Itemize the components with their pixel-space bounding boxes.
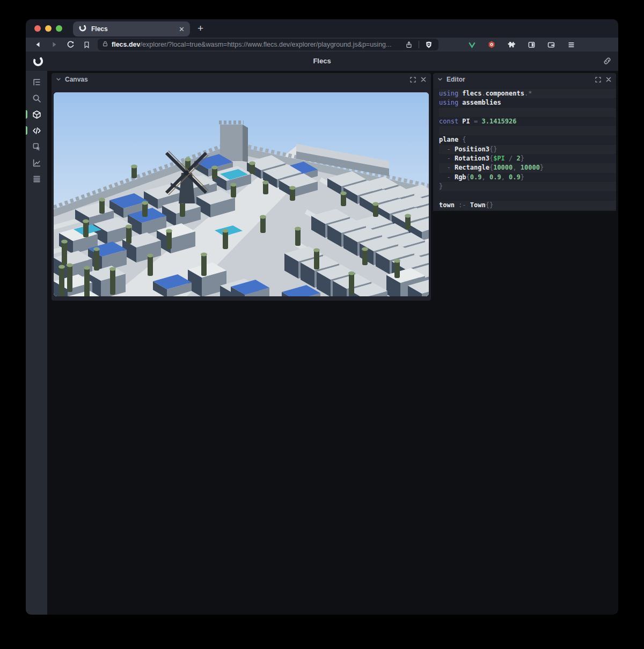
canvas-panel: Canvas bbox=[52, 73, 431, 301]
vue-devtools-icon[interactable] bbox=[466, 39, 477, 50]
divider bbox=[419, 41, 419, 48]
url-text: flecs.dev/explorer/?local=true&wasm=http… bbox=[112, 41, 391, 48]
minimize-window-button[interactable] bbox=[45, 25, 52, 32]
editor-panel-header: Editor bbox=[433, 73, 616, 86]
bookmark-icon[interactable] bbox=[80, 39, 92, 50]
back-icon[interactable] bbox=[32, 39, 44, 50]
active-indicator bbox=[26, 110, 27, 119]
reload-icon[interactable] bbox=[64, 39, 76, 50]
explorer-content: Canvas bbox=[26, 71, 618, 615]
traffic-lights bbox=[34, 25, 62, 32]
tool-rail bbox=[26, 71, 47, 615]
collapse-chevron-icon[interactable] bbox=[56, 77, 61, 82]
forward-icon[interactable] bbox=[48, 39, 60, 50]
close-window-button[interactable] bbox=[34, 25, 41, 32]
permalink-icon[interactable] bbox=[603, 56, 612, 68]
sidebar-item-entity-tree[interactable] bbox=[26, 74, 47, 90]
tab-flecs[interactable]: Flecs ✕ bbox=[73, 21, 190, 37]
sidebar-item-stats[interactable] bbox=[26, 155, 47, 171]
close-icon[interactable] bbox=[420, 76, 427, 83]
menu-icon[interactable] bbox=[566, 39, 576, 50]
puzzle-icon[interactable] bbox=[506, 39, 517, 50]
tab-close-icon[interactable]: ✕ bbox=[179, 25, 185, 33]
tab-title: Flecs bbox=[91, 25, 179, 33]
sidebar-item-search[interactable] bbox=[26, 90, 47, 106]
canvas-panel-header: Canvas bbox=[52, 73, 431, 86]
app-header: Flecs bbox=[26, 52, 618, 71]
new-tab-button[interactable]: + bbox=[197, 23, 203, 34]
editor-code[interactable]: using flecs.components.*using assemblies… bbox=[433, 88, 616, 211]
lock-icon bbox=[102, 40, 108, 49]
castle-tower bbox=[219, 122, 248, 162]
sidebar-item-editor[interactable] bbox=[26, 122, 47, 138]
screen: Flecs ✕ + bbox=[0, 0, 644, 649]
wallet-icon[interactable] bbox=[546, 39, 557, 50]
url-bar[interactable]: flecs.dev/explorer/?local=true&wasm=http… bbox=[98, 39, 438, 50]
flecs-favicon bbox=[78, 24, 87, 34]
tab-bar: Flecs ✕ + bbox=[26, 19, 618, 38]
canvas-panel-title: Canvas bbox=[65, 76, 88, 83]
editor-panel-title: Editor bbox=[447, 76, 465, 83]
url-path: /explorer/?local=true&wasm=https://www.f… bbox=[141, 41, 392, 48]
share-icon[interactable] bbox=[404, 39, 414, 50]
canvas-3d-viewport[interactable] bbox=[54, 92, 429, 296]
editor-panel: Editor using flecs.components.*using ass… bbox=[433, 73, 616, 211]
sidebar-item-tables[interactable] bbox=[26, 171, 47, 187]
close-icon[interactable] bbox=[605, 76, 612, 83]
fullscreen-icon[interactable] bbox=[409, 76, 416, 83]
shield-icon[interactable] bbox=[423, 39, 434, 50]
active-indicator bbox=[26, 126, 27, 135]
sidebar-item-entities[interactable] bbox=[26, 106, 47, 122]
collapse-chevron-icon[interactable] bbox=[437, 77, 443, 82]
url-domain: flecs.dev bbox=[112, 41, 141, 48]
navigation-bar: flecs.dev/explorer/?local=true&wasm=http… bbox=[26, 38, 618, 52]
fullscreen-icon[interactable] bbox=[595, 76, 602, 83]
zoom-window-button[interactable] bbox=[56, 25, 62, 32]
browser-window: Flecs ✕ + bbox=[26, 19, 618, 615]
page-title: Flecs bbox=[26, 57, 618, 65]
sidebar-item-inspector[interactable] bbox=[26, 138, 47, 155]
hexagon-extension-icon[interactable] bbox=[486, 39, 497, 50]
sidebar-toggle-icon[interactable] bbox=[526, 39, 537, 50]
